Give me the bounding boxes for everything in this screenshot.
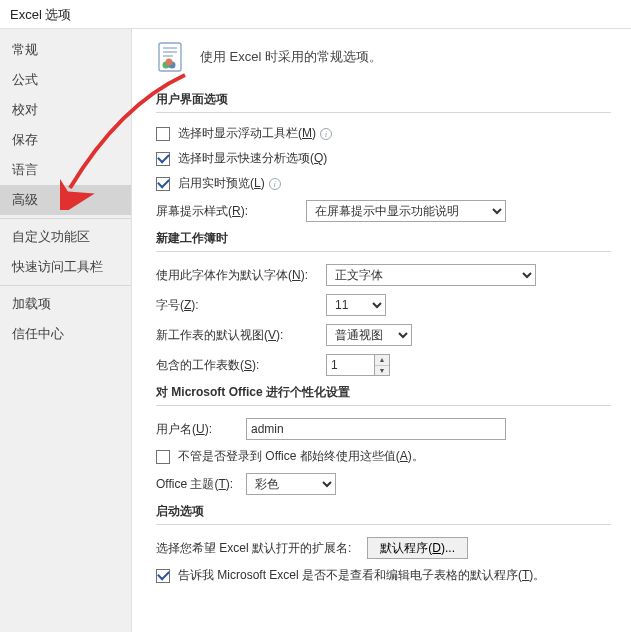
sidebar: 常规 公式 校对 保存 语言 高级 自定义功能区 快速访问工具栏 加载项 信任中… <box>0 29 132 632</box>
header-row: 使用 Excel 时采用的常规选项。 <box>156 41 611 73</box>
row-office-theme: Office 主题(T): 彩色 <box>156 473 611 495</box>
options-icon <box>156 41 188 73</box>
svg-rect-1 <box>163 47 177 49</box>
row-sheet-count: 包含的工作表数(S): ▲▼ <box>156 354 611 376</box>
svg-rect-2 <box>163 51 177 53</box>
theme-select[interactable]: 彩色 <box>246 473 336 495</box>
checkbox-icon <box>156 177 170 191</box>
sidebar-item-customize-ribbon[interactable]: 自定义功能区 <box>0 222 131 252</box>
info-icon <box>269 178 281 190</box>
sheet-count-spinner[interactable]: ▲▼ <box>326 354 390 376</box>
svg-point-6 <box>166 59 173 66</box>
default-view-label: 新工作表的默认视图(V): <box>156 327 326 344</box>
screentip-label: 屏幕提示样式(R): <box>156 203 306 220</box>
checkbox-label: 告诉我 Microsoft Excel 是否不是查看和编辑电子表格的默认程序(T… <box>178 567 545 584</box>
default-font-label: 使用此字体作为默认字体(N): <box>156 267 326 284</box>
sheet-count-label: 包含的工作表数(S): <box>156 357 326 374</box>
checkbox-always-use[interactable]: 不管是否登录到 Office 都始终使用这些值(A)。 <box>156 448 611 465</box>
sidebar-item-proofing[interactable]: 校对 <box>0 95 131 125</box>
sidebar-item-save[interactable]: 保存 <box>0 125 131 155</box>
username-input[interactable] <box>246 418 506 440</box>
checkbox-icon <box>156 569 170 583</box>
checkbox-label: 启用实时预览(L) <box>178 175 265 192</box>
default-programs-button[interactable]: 默认程序(D)... <box>367 537 468 559</box>
checkbox-icon <box>156 127 170 141</box>
font-size-select[interactable]: 11 <box>326 294 386 316</box>
font-size-label: 字号(Z): <box>156 297 326 314</box>
checkbox-label: 选择时显示快速分析选项(Q) <box>178 150 327 167</box>
checkbox-quick-analysis[interactable]: 选择时显示快速分析选项(Q) <box>156 150 611 167</box>
sidebar-item-language[interactable]: 语言 <box>0 155 131 185</box>
row-default-font: 使用此字体作为默认字体(N): 正文字体 <box>156 264 611 286</box>
checkbox-icon <box>156 450 170 464</box>
row-username: 用户名(U): <box>156 418 611 440</box>
default-font-select[interactable]: 正文字体 <box>326 264 536 286</box>
window-title: Excel 选项 <box>0 0 631 28</box>
section-start-title: 启动选项 <box>156 503 611 525</box>
checkbox-label: 选择时显示浮动工具栏(M) <box>178 125 316 142</box>
sidebar-separator-2 <box>0 285 131 286</box>
checkbox-icon <box>156 152 170 166</box>
sidebar-item-addins[interactable]: 加载项 <box>0 289 131 319</box>
checkbox-floating-toolbar[interactable]: 选择时显示浮动工具栏(M) <box>156 125 611 142</box>
sidebar-item-advanced[interactable]: 高级 <box>0 185 131 215</box>
row-default-ext: 选择您希望 Excel 默认打开的扩展名: 默认程序(D)... <box>156 537 611 559</box>
sheet-count-input[interactable] <box>326 354 374 376</box>
checkbox-label: 不管是否登录到 Office 都始终使用这些值(A)。 <box>178 448 424 465</box>
default-view-select[interactable]: 普通视图 <box>326 324 412 346</box>
sidebar-item-formulas[interactable]: 公式 <box>0 65 131 95</box>
main-container: 常规 公式 校对 保存 语言 高级 自定义功能区 快速访问工具栏 加载项 信任中… <box>0 28 631 632</box>
header-text: 使用 Excel 时采用的常规选项。 <box>200 48 382 66</box>
checkbox-live-preview[interactable]: 启用实时预览(L) <box>156 175 611 192</box>
row-screentip-style: 屏幕提示样式(R): 在屏幕提示中显示功能说明 <box>156 200 611 222</box>
theme-label: Office 主题(T): <box>156 476 246 493</box>
sidebar-item-quick-access[interactable]: 快速访问工具栏 <box>0 252 131 282</box>
sidebar-item-trust-center[interactable]: 信任中心 <box>0 319 131 349</box>
default-ext-label: 选择您希望 Excel 默认打开的扩展名: <box>156 540 351 557</box>
row-font-size: 字号(Z): 11 <box>156 294 611 316</box>
username-label: 用户名(U): <box>156 421 246 438</box>
content-panel: 使用 Excel 时采用的常规选项。 用户界面选项 选择时显示浮动工具栏(M) … <box>132 29 631 632</box>
sidebar-item-general[interactable]: 常规 <box>0 35 131 65</box>
spinner-buttons[interactable]: ▲▼ <box>374 354 390 376</box>
screentip-select[interactable]: 在屏幕提示中显示功能说明 <box>306 200 506 222</box>
svg-rect-3 <box>163 55 173 57</box>
section-ui-title: 用户界面选项 <box>156 91 611 113</box>
section-pers-title: 对 Microsoft Office 进行个性化设置 <box>156 384 611 406</box>
row-default-view: 新工作表的默认视图(V): 普通视图 <box>156 324 611 346</box>
checkbox-tell-default[interactable]: 告诉我 Microsoft Excel 是否不是查看和编辑电子表格的默认程序(T… <box>156 567 611 584</box>
sidebar-separator <box>0 218 131 219</box>
info-icon <box>320 128 332 140</box>
section-new-title: 新建工作簿时 <box>156 230 611 252</box>
